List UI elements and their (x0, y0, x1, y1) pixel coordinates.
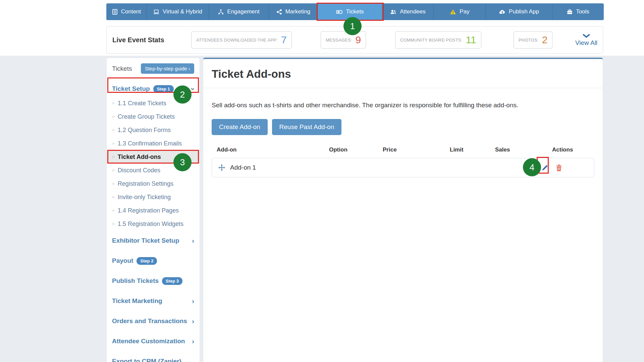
chevron-right-icon (192, 237, 194, 245)
stat-community-posts: COMMUNITY BOARD POSTS: 11 (395, 31, 481, 49)
stat-value: 11 (466, 34, 476, 46)
journal-icon (112, 9, 118, 15)
stat-value: 9 (355, 34, 361, 46)
tab-tools[interactable]: Tools (552, 3, 604, 20)
tab-marketing[interactable]: Marketing (269, 3, 318, 20)
stat-label: MESSAGES: (326, 38, 352, 43)
sidebar-item-ticket-add-ons[interactable]: Ticket Add-ons (107, 150, 200, 164)
ticket-icon (336, 9, 342, 15)
tab-label: Attendees (400, 8, 426, 15)
chevron-down-icon (583, 34, 590, 38)
warning-icon (450, 9, 456, 15)
add-on-name: Add-on 1 (230, 164, 256, 171)
sidebar-item-create-group-tickets[interactable]: Create Group Tickets (107, 110, 200, 123)
sidebar-section-ticket-setup[interactable]: Ticket Setup Step 1 (107, 81, 200, 97)
stat-value: 2 (542, 34, 548, 46)
section-label: Exhibitor Ticket Setup (112, 237, 179, 244)
tab-label: Content (121, 8, 141, 15)
tab-content[interactable]: Content (106, 3, 147, 20)
sidebar-section-payout[interactable]: Payout Step 2 (107, 251, 200, 271)
sidebar-item-question-forms[interactable]: 1.2 Question Forms (107, 123, 200, 137)
column-header-option: Option (324, 146, 378, 153)
top-nav: Content Virtual & Hybrid Engagement Mark… (106, 3, 604, 20)
tab-label: Virtual & Hybrid (163, 8, 202, 15)
tab-label: Pay (460, 8, 469, 15)
column-header-actions: Actions (547, 146, 594, 153)
chevron-down-icon (192, 85, 194, 93)
laptop-icon (153, 9, 159, 15)
tab-label: Engagement (227, 8, 259, 15)
sidebar-section-export-to-crm[interactable]: Export to CRM (Zapier) (107, 351, 200, 362)
page-description: Sell add-ons such as t-shirts and other … (203, 88, 603, 109)
trash-icon (556, 164, 562, 171)
stat-messages: MESSAGES: 9 (321, 31, 366, 49)
section-label: Attendee Customization (112, 338, 185, 345)
stat-label: ATTENDEES DOWNLOADED THE APP: (196, 38, 278, 43)
tab-engagement[interactable]: Engagement (209, 3, 269, 20)
step-badge: Step 1 (153, 85, 174, 93)
sidebar-item-registration-pages[interactable]: 1.4 Registration Pages (107, 204, 200, 217)
sidebar-item-discount-codes[interactable]: Discount Codes (107, 164, 200, 177)
chevron-right-icon (192, 317, 194, 325)
column-header-limit: Limit (445, 146, 490, 153)
sidebar-title: Tickets (112, 65, 132, 72)
edit-button[interactable] (541, 164, 548, 171)
sidebar-section-ticket-marketing[interactable]: Ticket Marketing (107, 291, 200, 311)
users-icon (390, 9, 396, 15)
section-label: Payout (112, 257, 133, 264)
tab-label: Tickets (346, 8, 364, 15)
share-icon (276, 9, 282, 15)
tab-virtual-hybrid[interactable]: Virtual & Hybrid (147, 3, 209, 20)
stat-photos: PHOTOS: 2 (514, 31, 552, 49)
create-add-on-button[interactable]: Create Add-on (212, 119, 268, 135)
step-badge: Step 3 (162, 277, 182, 285)
column-header-add-on: Add-on (212, 146, 324, 153)
sidebar-item-confirmation-emails[interactable]: 1.3 Confirmation Emails (107, 137, 200, 150)
nodes-icon (218, 9, 224, 15)
tab-pay[interactable]: Pay (433, 3, 486, 20)
add-on-table-header: Add-on Option Price Limit Sales Actions (203, 135, 603, 153)
step-by-step-guide-button[interactable]: Step-by-step guide › (141, 63, 194, 74)
tab-label: Marketing (285, 8, 311, 15)
section-label: Ticket Setup (112, 85, 150, 93)
column-header-sales: Sales (490, 146, 547, 153)
stat-app-downloads: ATTENDEES DOWNLOADED THE APP: 7 (191, 31, 292, 49)
stats-title: Live Event Stats (112, 36, 164, 44)
stat-value: 7 (281, 34, 287, 46)
ticket-add-ons-panel: Ticket Add-ons Sell add-ons such as t-sh… (203, 58, 603, 362)
column-header-price: Price (378, 146, 445, 153)
tab-publish-app[interactable]: Publish App (486, 3, 552, 20)
pencil-icon (541, 164, 548, 171)
tab-label: Tools (576, 8, 589, 15)
section-label: Ticket Marketing (112, 297, 162, 305)
live-event-stats-bar: Live Event Stats ATTENDEES DOWNLOADED TH… (106, 26, 603, 54)
section-label: Export to CRM (Zapier) (112, 358, 181, 362)
briefcase-icon (567, 9, 573, 15)
sidebar-item-registration-settings[interactable]: Registration Settings (107, 177, 200, 190)
page-title: Ticket Add-ons (203, 59, 603, 88)
stat-label: PHOTOS: (519, 38, 539, 43)
tab-label: Publish App (509, 8, 539, 15)
view-all-label: View All (575, 39, 597, 47)
sidebar-item-registration-widgets[interactable]: 1.5 Registration Widgets (107, 217, 200, 231)
cloud-upload-icon (499, 9, 505, 15)
sidebar-section-publish-tickets[interactable]: Publish Tickets Step 3 (107, 271, 200, 291)
view-all-button[interactable]: View All (573, 26, 600, 54)
move-icon (218, 164, 225, 171)
sidebar-section-exhibitor-ticket-setup[interactable]: Exhibitor Ticket Setup (107, 231, 200, 251)
table-row: Add-on 1 (212, 158, 594, 177)
tab-tickets[interactable]: Tickets (318, 3, 382, 20)
delete-button[interactable] (556, 164, 562, 171)
sidebar-section-orders-and-transactions[interactable]: Orders and Transactions (107, 311, 200, 331)
section-label: Publish Tickets (112, 277, 159, 285)
section-label: Orders and Transactions (112, 317, 187, 325)
sidebar-item-create-tickets[interactable]: 1.1 Create Tickets (107, 97, 200, 110)
stat-label: COMMUNITY BOARD POSTS: (400, 38, 462, 43)
step-badge: Step 2 (137, 257, 157, 265)
tab-attendees[interactable]: Attendees (382, 3, 433, 20)
reuse-past-add-on-button[interactable]: Reuse Past Add-on (272, 119, 342, 135)
sidebar-section-attendee-customization[interactable]: Attendee Customization (107, 331, 200, 351)
tickets-sidebar: Tickets Step-by-step guide › Ticket Setu… (106, 58, 200, 362)
drag-move-handle[interactable] (218, 164, 225, 171)
sidebar-item-invite-only-ticketing[interactable]: Invite-only Ticketing (107, 190, 200, 204)
